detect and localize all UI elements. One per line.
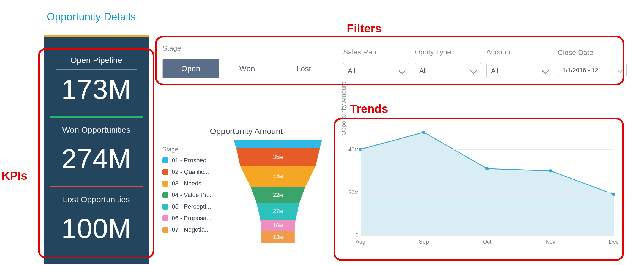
trend-area: [361, 132, 614, 235]
dropdown-value: All: [348, 67, 355, 75]
funnel-value-label: 35м: [273, 154, 283, 160]
legend-swatch: [162, 215, 168, 221]
legend-title: Stage: [162, 146, 226, 153]
legend-swatch: [162, 169, 168, 175]
legend-swatch: [162, 204, 168, 210]
chevron-down-icon: [617, 67, 623, 73]
funnel-title: Opportunity Amount: [162, 127, 330, 136]
kpi-won-opportunities[interactable]: Won Opportunities 274M: [44, 118, 149, 186]
grid-line: [361, 235, 614, 236]
chevron-down-icon: [542, 67, 549, 74]
chart-plot-area: 020м40мAugSepOctNovDec: [361, 128, 614, 235]
filter-account: Account All: [486, 48, 552, 78]
funnel-value-label: 27м: [273, 208, 283, 214]
annotation-trends: Trends: [350, 102, 388, 116]
filter-label: Oppty Type: [415, 48, 481, 56]
legend-item[interactable]: 03 - Needs ...: [162, 180, 226, 187]
funnel-value-label: 22м: [273, 192, 283, 198]
y-tick-label: 40м: [347, 146, 358, 153]
stage-open-button[interactable]: Open: [163, 59, 219, 78]
filter-label: Account: [486, 48, 552, 56]
y-tick-label: 0: [347, 232, 358, 239]
annotation-filters: Filters: [347, 22, 627, 35]
grid-line: [361, 149, 614, 150]
legend-item[interactable]: 01 - Prospec...: [162, 157, 226, 164]
x-tick-label: Nov: [545, 239, 555, 245]
funnel-legend: Stage 01 - Prospec...02 - Qualific...03 …: [162, 146, 226, 238]
kpi-label: Open Pipeline: [52, 56, 140, 65]
x-tick-label: Oct: [483, 239, 491, 245]
close-date-dropdown[interactable]: 1/1/2016 - 12: [558, 64, 627, 77]
funnel-value-label: 44м: [273, 173, 283, 179]
trend-point[interactable]: [485, 167, 489, 170]
stage-won-button[interactable]: Won: [219, 59, 275, 78]
annotation-kpis: KPIs: [2, 169, 27, 182]
legend-label: 02 - Qualific...: [172, 168, 209, 176]
kpi-open-pipeline[interactable]: Open Pipeline 173M: [44, 48, 149, 116]
kpi-label: Won Opportunities: [52, 125, 140, 135]
kpi-lost-opportunities[interactable]: Lost Opportunities 100M: [44, 187, 149, 255]
x-tick-label: Sep: [419, 239, 429, 245]
legend-item[interactable]: 06 - Proposa...: [162, 215, 226, 222]
account-dropdown[interactable]: All: [486, 63, 552, 78]
x-tick-label: Dec: [609, 239, 619, 245]
kpi-value: 173M: [52, 73, 140, 105]
dropdown-value: 1/1/2016 - 12: [563, 67, 598, 74]
y-axis-label: Opportunity Amount: [340, 67, 347, 150]
filters-bar: Stage Open Won Lost Sales Rep All Oppty …: [162, 44, 627, 78]
legend-label: 04 - Value Pr...: [172, 192, 211, 199]
filter-stage: Stage Open Won Lost: [162, 44, 332, 78]
filter-close-date: Close Date 1/1/2016 - 12: [558, 48, 627, 78]
funnel-segment[interactable]: [234, 140, 322, 148]
stage-lost-button[interactable]: Lost: [275, 59, 332, 78]
legend-item[interactable]: 02 - Qualific...: [162, 168, 226, 176]
y-tick-label: 20м: [347, 189, 358, 196]
legend-label: 06 - Proposa...: [172, 215, 211, 222]
kpi-value: 274M: [52, 143, 140, 175]
legend-item[interactable]: 05 - Percepti...: [162, 203, 226, 210]
chevron-down-icon: [470, 67, 477, 74]
legend-label: 07 - Negotia...: [172, 226, 210, 233]
trend-point[interactable]: [422, 131, 425, 134]
page-title[interactable]: Opportunity Details: [47, 11, 136, 23]
legend-item[interactable]: 07 - Negotia...: [162, 226, 226, 233]
trend-chart[interactable]: Opportunity Amount 020м40мAugSepOctNovDe…: [341, 122, 616, 260]
kpi-sidebar: Open Pipeline 173M Won Opportunities 274…: [44, 35, 149, 264]
x-tick-label: Aug: [356, 239, 365, 245]
dropdown-value: All: [491, 67, 498, 75]
oppty-type-dropdown[interactable]: All: [415, 63, 481, 78]
sales-rep-dropdown[interactable]: All: [343, 63, 409, 78]
filter-oppty-type: Oppty Type All: [415, 48, 481, 78]
legend-swatch: [162, 192, 168, 198]
legend-label: 05 - Percepti...: [172, 203, 211, 210]
trend-point[interactable]: [612, 193, 615, 196]
chevron-down-icon: [399, 67, 405, 74]
legend-swatch: [162, 181, 168, 187]
filter-sales-rep: Sales Rep All: [343, 48, 409, 78]
filter-label: Stage: [162, 44, 332, 53]
stage-toggle: Open Won Lost: [162, 59, 332, 78]
kpi-label: Lost Opportunities: [52, 195, 140, 204]
funnel-value-label: 13м: [273, 234, 283, 240]
dropdown-value: All: [419, 67, 427, 75]
filter-label: Close Date: [558, 48, 627, 57]
legend-label: 03 - Needs ...: [172, 180, 208, 187]
legend-item[interactable]: 04 - Value Pr...: [162, 192, 226, 199]
legend-swatch: [162, 157, 168, 163]
filter-label: Sales Rep: [343, 48, 409, 56]
funnel-value-label: 16м: [273, 222, 283, 228]
trend-point[interactable]: [549, 169, 552, 173]
legend-label: 01 - Prospec...: [172, 157, 211, 164]
legend-swatch: [162, 227, 168, 233]
kpi-value: 100M: [52, 213, 140, 244]
grid-line: [361, 192, 614, 193]
